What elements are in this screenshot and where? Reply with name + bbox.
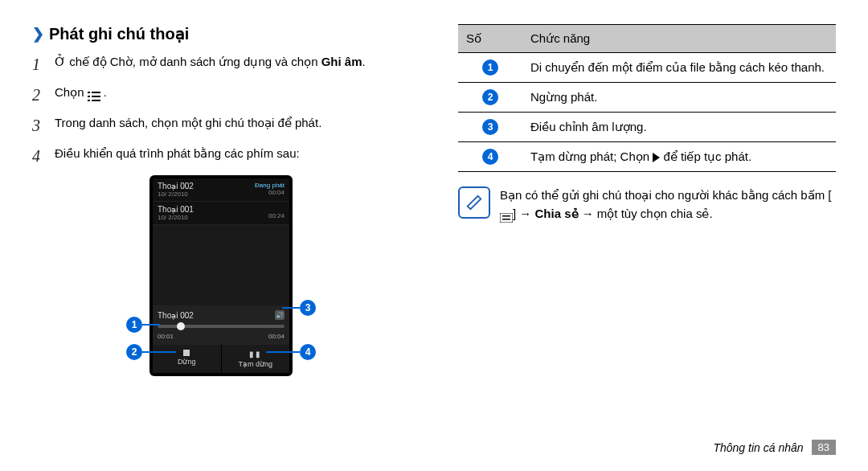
row-text: Di chuyển đến một điểm của file bằng các…	[522, 53, 836, 83]
stop-button: Dừng	[153, 345, 222, 373]
phone-row-2: Thoại 001 10/ 2/2010 00:24	[153, 202, 289, 225]
chevron-icon: ❯	[32, 25, 44, 43]
list-icon	[88, 88, 100, 98]
phone-player: Thoại 002 🔊 00:01 00:04	[153, 305, 289, 345]
table-row: 3 Điều chỉnh âm lượng.	[458, 113, 836, 142]
table-row: 1 Di chuyển đến một điểm của file bằng c…	[458, 53, 836, 83]
seek-slider	[158, 325, 285, 328]
svg-rect-5	[92, 100, 100, 101]
volume-icon: 🔊	[275, 310, 285, 320]
function-table: Số Chức năng 1 Di chuyển đến một điểm củ…	[458, 24, 836, 172]
stop-icon	[183, 350, 190, 356]
step-3: 3 Trong danh sách, chọn một ghi chú thoạ…	[32, 114, 410, 137]
svg-rect-7	[502, 215, 510, 217]
step-4: 4 Điều khiển quá trình phát bằng các phí…	[32, 145, 410, 167]
step-number: 4	[32, 145, 47, 167]
col-number: Số	[458, 25, 522, 53]
page-footer: Thông tin cá nhân 83	[713, 440, 836, 455]
note-block: Bạn có thể gửi ghi chú thoại cho người k…	[458, 186, 836, 223]
footer-section: Thông tin cá nhân	[713, 441, 803, 454]
svg-rect-3	[92, 96, 100, 97]
step-text: Điều khiển quá trình phát bằng các phím …	[55, 145, 300, 162]
callout-1: 1	[126, 317, 142, 333]
heading-text: Phát ghi chú thoại	[49, 24, 189, 43]
svg-rect-6	[500, 213, 513, 223]
table-row: 4 Tạm dừng phát; Chọn để tiếp tục phát.	[458, 142, 836, 172]
steps-list: 1 Ở chế độ Chờ, mở danh sách ứng dụng và…	[32, 53, 410, 167]
pause-button: ▮▮ Tạm dừng	[222, 345, 290, 373]
menu-icon	[500, 210, 513, 219]
svg-rect-2	[88, 96, 90, 97]
table-row: 2 Ngừng phát.	[458, 83, 836, 113]
play-icon	[653, 153, 660, 162]
section-heading: ❯ Phát ghi chú thoại	[32, 24, 410, 43]
callout-4: 4	[300, 344, 316, 360]
step-text: Ở chế độ Chờ, mở danh sách ứng dụng và c…	[55, 53, 366, 70]
row-text: Tạm dừng phát; Chọn để tiếp tục phát.	[522, 142, 836, 172]
row-badge: 3	[482, 119, 498, 135]
note-text: Bạn có thể gửi ghi chú thoại cho người k…	[500, 186, 836, 223]
step-number: 1	[32, 53, 47, 76]
step-text: Chọn .	[55, 84, 107, 100]
step-2: 2 Chọn .	[32, 84, 410, 106]
svg-rect-8	[502, 219, 510, 220]
svg-rect-4	[88, 100, 90, 101]
row-text: Ngừng phát.	[522, 83, 836, 113]
step-text: Trong danh sách, chọn một ghi chú thoại …	[55, 114, 321, 131]
note-icon	[458, 186, 490, 219]
svg-rect-1	[92, 92, 100, 93]
col-function: Chức năng	[522, 25, 836, 53]
svg-rect-0	[88, 92, 90, 93]
row-badge: 2	[482, 89, 498, 105]
row-badge: 4	[482, 149, 498, 165]
page-number: 83	[812, 440, 836, 455]
callout-2: 2	[126, 344, 142, 360]
step-number: 2	[32, 84, 47, 106]
row-text: Điều chỉnh âm lượng.	[522, 113, 836, 142]
callout-3: 3	[300, 300, 316, 316]
pause-icon: ▮▮	[249, 350, 262, 358]
phone-row-1: Thoại 002 10/ 2/2010 Đang phát 00:04	[153, 178, 289, 202]
row-badge: 1	[482, 59, 498, 76]
phone-figure: Thoại 002 10/ 2/2010 Đang phát 00:04 Tho…	[141, 175, 301, 376]
step-1: 1 Ở chế độ Chờ, mở danh sách ứng dụng và…	[32, 53, 410, 76]
step-number: 3	[32, 114, 47, 137]
